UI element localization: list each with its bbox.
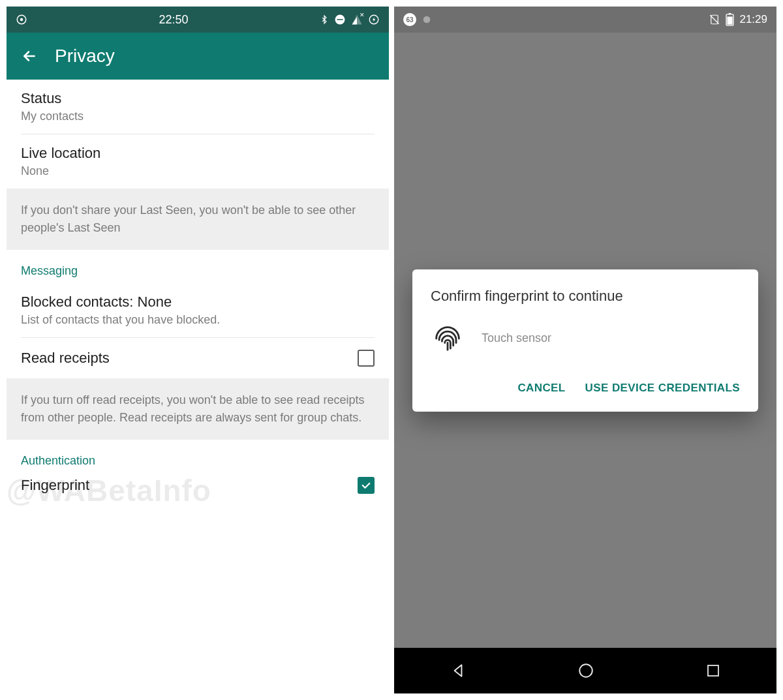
statusbar-right: 63 21:29 [394,7,776,33]
row-value: My contacts [21,110,375,123]
row-label: Blocked contacts: None [21,294,375,311]
phone-right: 63 21:29 @WABetaInfo Confirm fingerprint… [394,7,776,693]
last-seen-info: If you don't share your Last Seen, you w… [7,189,389,250]
row-sub: List of contacts that you have blocked. [21,313,375,327]
appbar: Privacy [7,33,389,80]
row-label: Status [21,90,375,107]
read-receipts-checkbox[interactable] [358,350,375,367]
dnd-icon [334,14,346,25]
statusbar-left: 22:50 ✕ [7,7,389,33]
section-messaging: Messaging [7,250,389,283]
nav-home-button[interactable] [577,662,594,679]
row-read-receipts[interactable]: Read receipts [7,338,389,378]
dialog-scrim: @WABetaInfo Confirm fingerprint to conti… [394,33,776,648]
statusbar-time: 21:29 [739,13,767,26]
battery-icon [726,13,734,26]
watermark: @WABetaInfo [7,473,211,508]
fingerprint-dialog: Confirm fingerprint to continue Touch se… [412,269,758,412]
page-title: Privacy [55,46,115,67]
svg-point-5 [423,16,431,23]
cancel-button[interactable]: CANCEL [517,375,565,401]
badge-icon: 63 [403,13,416,26]
battery-icon [368,14,380,25]
android-navbar [394,648,776,693]
privacy-settings-list: Status My contacts Live location None If… [7,80,389,506]
statusbar-time: 22:50 [27,13,320,27]
svg-rect-12 [708,665,718,676]
circle-icon [422,14,432,25]
nav-back-button[interactable] [450,662,467,679]
nav-recents-button[interactable] [705,663,721,678]
row-value: None [21,164,375,178]
use-credentials-button[interactable]: USE DEVICE CREDENTIALS [585,375,740,401]
row-label: Live location [21,145,375,162]
row-status[interactable]: Status My contacts [7,80,389,134]
svg-point-11 [579,664,592,677]
fingerprint-icon [431,322,465,356]
signal-icon: ✕ [351,14,363,25]
dialog-title: Confirm fingerprint to continue [431,288,740,305]
screenshot-pair: 22:50 ✕ Privacy [0,0,783,700]
svg-point-1 [21,19,23,21]
svg-rect-9 [729,13,731,14]
bluetooth-icon [320,13,329,26]
read-receipts-info: If you turn off read receipts, you won't… [7,378,389,440]
phone-left: 22:50 ✕ Privacy [7,7,389,693]
svg-rect-10 [728,16,733,24]
target-icon [16,14,27,25]
svg-rect-3 [337,19,343,20]
no-sim-icon [709,14,720,25]
row-label: Read receipts [21,350,110,367]
dialog-hint: Touch sensor [482,331,551,345]
row-live-location[interactable]: Live location None [7,134,389,189]
section-authentication: Authentication [7,440,389,473]
row-blocked-contacts[interactable]: Blocked contacts: None List of contacts … [7,283,389,337]
back-button[interactable] [18,45,40,67]
fingerprint-checkbox[interactable] [358,477,375,494]
